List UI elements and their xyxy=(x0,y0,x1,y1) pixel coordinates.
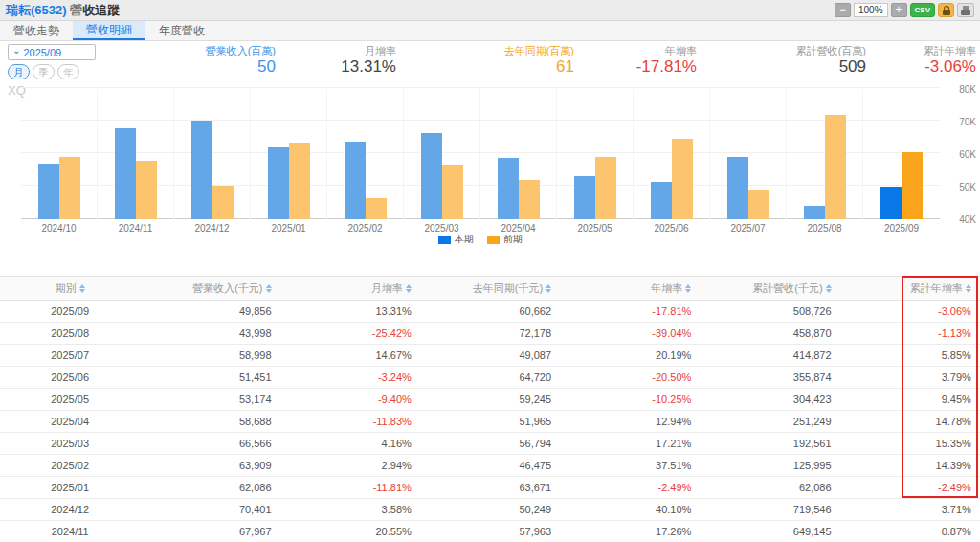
tab-revenue-detail[interactable]: 營收明細 xyxy=(73,21,145,40)
bar-previous[interactable] xyxy=(289,143,310,219)
bar-current[interactable] xyxy=(804,206,825,219)
bar-current[interactable] xyxy=(574,176,595,219)
period-button-quarter[interactable]: 季 xyxy=(33,64,55,79)
table-cell: -2.49% xyxy=(560,482,700,493)
bar-current[interactable] xyxy=(191,121,212,219)
chart-group: 2025/08 xyxy=(787,89,863,219)
stat-block: 去年同期(百萬)61 xyxy=(400,44,578,81)
legend-label: 本期 xyxy=(455,233,474,246)
y-axis-label: 40K xyxy=(959,215,976,225)
sort-icon[interactable] xyxy=(826,284,832,293)
print-button[interactable] xyxy=(957,3,974,17)
table-row[interactable]: 2025/0843,998-25.42%72,178-39.04%458,870… xyxy=(0,323,980,345)
bar-current[interactable] xyxy=(727,157,748,219)
table-cell: 66,566 xyxy=(140,438,279,449)
table-cell: 2024/12 xyxy=(0,504,140,515)
table-cell: 125,995 xyxy=(700,460,839,471)
table-cell: 17.26% xyxy=(560,526,700,537)
bar-previous[interactable] xyxy=(595,157,616,219)
bar-current[interactable] xyxy=(880,187,902,219)
table-cell: -10.25% xyxy=(560,394,700,405)
column-header[interactable]: 去年同期(千元) xyxy=(420,282,560,296)
bar-current[interactable] xyxy=(651,182,672,219)
table-cell: 20.55% xyxy=(280,526,420,537)
chart-group: 2025/02 xyxy=(327,89,404,219)
table-row[interactable]: 2024/1270,4013.58%50,24940.10%719,5463.7… xyxy=(0,499,980,521)
stats-row: 營業收入(百萬)50月增率13.31%去年同期(百萬)61年增率-17.81%累… xyxy=(191,44,980,81)
bar-previous[interactable] xyxy=(442,165,463,219)
column-header-label: 去年同期(千元) xyxy=(473,282,543,296)
table-row[interactable]: 2025/0458,688-11.83%51,96512.94%251,2491… xyxy=(0,411,980,433)
sort-icon[interactable] xyxy=(546,284,551,293)
table-cell: 15.35% xyxy=(840,438,980,449)
table-cell: -3.06% xyxy=(840,305,980,317)
table-cell: 192,561 xyxy=(700,438,839,449)
table-body: 2025/0949,85613.31%60,662-17.81%508,726-… xyxy=(0,301,980,542)
zoom-out-button[interactable]: − xyxy=(835,3,851,17)
table-cell: 53,174 xyxy=(140,394,279,405)
column-header-label: 累計年增率 xyxy=(910,282,963,296)
table-row[interactable]: 2025/0758,99814.67%49,08720.19%414,8725.… xyxy=(0,345,980,367)
stat-label: 累計年增率 xyxy=(870,44,976,57)
bar-previous[interactable] xyxy=(519,180,540,219)
stat-block: 累計營收(百萬)509 xyxy=(701,44,870,81)
column-header[interactable]: 營業收入(千元) xyxy=(140,282,279,296)
bar-current[interactable] xyxy=(498,158,519,219)
tab-revenue-trend[interactable]: 營收走勢 xyxy=(0,21,73,40)
column-header[interactable]: 月增率 xyxy=(280,282,420,296)
bar-current[interactable] xyxy=(38,164,59,219)
date-select[interactable]: ⌄ 2025/09 xyxy=(8,44,96,60)
bar-current[interactable] xyxy=(268,147,289,219)
sort-icon[interactable] xyxy=(966,284,971,293)
table-cell: 2025/09 xyxy=(0,305,140,317)
zoom-in-button[interactable]: + xyxy=(891,3,907,17)
lock-button[interactable] xyxy=(938,3,954,17)
table-row[interactable]: 2025/0651,451-3.24%64,720-20.50%355,8743… xyxy=(0,367,980,389)
table-cell: 4.16% xyxy=(280,438,420,449)
y-axis: 80K70K60K50K40K xyxy=(947,81,976,254)
table-cell: 12.94% xyxy=(560,416,700,427)
legend-swatch-previous xyxy=(487,236,500,244)
table-row[interactable]: 2025/0162,086-11.81%63,671-2.49%62,086-2… xyxy=(0,477,980,499)
sort-icon[interactable] xyxy=(266,284,272,293)
column-header[interactable]: 期別 xyxy=(0,282,140,296)
bar-current[interactable] xyxy=(421,133,442,219)
table-row[interactable]: 2024/1167,96720.55%57,96317.26%649,1450.… xyxy=(0,521,980,542)
bar-previous[interactable] xyxy=(212,186,234,219)
table-row[interactable]: 2025/0949,85613.31%60,662-17.81%508,726-… xyxy=(0,301,980,323)
sort-icon[interactable] xyxy=(406,284,412,293)
table-cell: 67,967 xyxy=(140,526,279,537)
tab-annual-revenue[interactable]: 年度營收 xyxy=(145,21,218,40)
period-button-year[interactable]: 年 xyxy=(57,64,79,79)
chart-group: 2024/10 xyxy=(21,89,98,219)
table-cell: 13.31% xyxy=(280,305,420,317)
table-row[interactable]: 2025/0553,174-9.40%59,245-10.25%304,4239… xyxy=(0,389,980,411)
bar-previous[interactable] xyxy=(672,139,693,219)
bar-current[interactable] xyxy=(115,128,136,219)
period-button-month[interactable]: 月 xyxy=(8,64,30,79)
stat-label: 月增率 xyxy=(279,44,396,57)
table-row[interactable]: 2025/0263,9092.94%46,47537.51%125,99514.… xyxy=(0,455,980,477)
column-header[interactable]: 年增率 xyxy=(560,282,700,296)
table-cell: 458,870 xyxy=(700,327,839,339)
column-header-label: 期別 xyxy=(56,282,77,296)
sort-icon[interactable] xyxy=(685,284,691,293)
chart-group: 2025/06 xyxy=(634,89,710,219)
stat-block: 月增率13.31% xyxy=(279,44,400,81)
column-header[interactable]: 累計營收(千元) xyxy=(700,282,839,296)
bar-previous[interactable] xyxy=(59,157,80,219)
table-cell: 63,671 xyxy=(420,482,560,493)
table-cell: 3.58% xyxy=(280,504,420,515)
bar-previous[interactable] xyxy=(136,161,157,219)
column-header[interactable]: 累計年增率 xyxy=(840,282,980,296)
bar-previous[interactable] xyxy=(902,152,923,219)
table-row[interactable]: 2025/0366,5664.16%56,79417.21%192,56115.… xyxy=(0,433,980,455)
bar-previous[interactable] xyxy=(748,190,769,219)
stat-value: 13.31% xyxy=(279,57,396,77)
sort-icon[interactable] xyxy=(79,284,85,293)
bar-current[interactable] xyxy=(345,142,366,219)
bar-previous[interactable] xyxy=(825,115,846,219)
stat-block: 營業收入(百萬)50 xyxy=(191,44,279,81)
csv-export-button[interactable]: CSV xyxy=(910,3,935,17)
bar-previous[interactable] xyxy=(366,198,387,219)
